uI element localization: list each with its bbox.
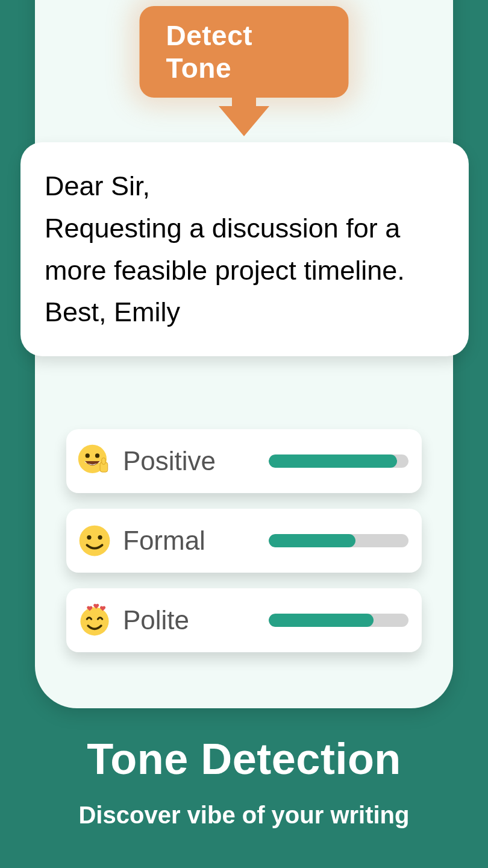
tone-progress-fill bbox=[269, 454, 397, 468]
arrow-down-icon bbox=[223, 65, 265, 137]
svg-point-2 bbox=[95, 453, 99, 458]
tone-label: Formal bbox=[123, 526, 269, 556]
page-subtitle: Discover vibe of your writing bbox=[0, 802, 488, 829]
tone-label: Positive bbox=[123, 446, 269, 476]
tone-row-polite: Polite bbox=[66, 588, 422, 652]
tone-progress-fill bbox=[269, 614, 374, 627]
hearts-face-icon bbox=[77, 603, 112, 638]
message-line: Requesting a discussion for a more feasi… bbox=[45, 207, 445, 292]
tone-row-positive: Positive bbox=[66, 429, 422, 493]
svg-point-6 bbox=[87, 535, 91, 539]
phone-frame: Detect Tone Dear Sir, Requesting a discu… bbox=[35, 0, 453, 708]
happy-thumbs-icon bbox=[77, 444, 112, 479]
svg-point-5 bbox=[80, 526, 110, 556]
tone-row-formal: Formal bbox=[66, 509, 422, 573]
svg-rect-4 bbox=[102, 458, 105, 465]
tone-progress-fill bbox=[269, 534, 355, 547]
tone-progress bbox=[269, 534, 408, 547]
svg-point-7 bbox=[98, 535, 102, 539]
tone-progress bbox=[269, 614, 408, 627]
tone-label: Polite bbox=[123, 605, 269, 635]
message-line: Best, Emily bbox=[45, 291, 445, 333]
svg-point-8 bbox=[80, 607, 108, 635]
tone-list: Positive Formal bbox=[66, 429, 422, 652]
smile-icon bbox=[77, 523, 112, 558]
page-title: Tone Detection bbox=[0, 734, 488, 784]
svg-point-1 bbox=[86, 453, 90, 458]
message-card: Dear Sir, Requesting a discussion for a … bbox=[20, 142, 469, 356]
tone-progress bbox=[269, 454, 408, 468]
message-line: Dear Sir, bbox=[45, 165, 445, 207]
